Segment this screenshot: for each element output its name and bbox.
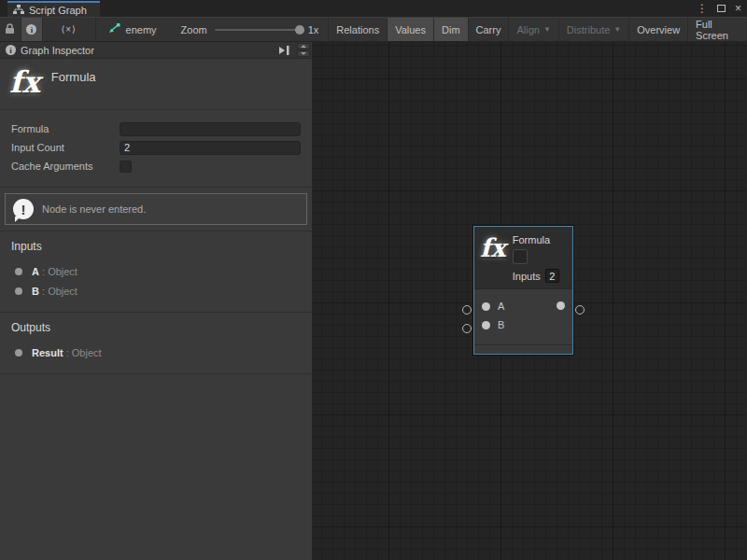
align-button[interactable]: Align ▼ bbox=[509, 18, 558, 41]
maximize-icon[interactable] bbox=[717, 0, 726, 17]
zoom-slider-handle[interactable] bbox=[295, 25, 304, 35]
input-count-input[interactable] bbox=[120, 141, 301, 155]
output-item-result: Result : Object bbox=[11, 343, 301, 362]
fullscreen-label: Full Screen bbox=[696, 19, 740, 41]
input-count-field-row: Input Count bbox=[11, 138, 301, 157]
port-b-label: B bbox=[498, 319, 565, 330]
external-port-ring-a[interactable] bbox=[462, 305, 472, 315]
node-title: Formula bbox=[51, 70, 96, 84]
formula-node[interactable]: fx Formula Inputs 2 A bbox=[473, 226, 573, 355]
input-type: : Object bbox=[42, 286, 78, 297]
graph-canvas[interactable]: fx Formula Inputs 2 A bbox=[313, 42, 747, 560]
breadcrumb-label: enemy bbox=[126, 24, 157, 35]
cache-arguments-field-label: Cache Arguments bbox=[11, 161, 120, 172]
script-graph-window: Script Graph ⋮ × i ⟨×⟩ bbox=[0, 0, 747, 560]
values-label: Values bbox=[395, 24, 426, 35]
tab-label: Script Graph bbox=[29, 5, 87, 16]
overview-button[interactable]: Overview bbox=[629, 18, 688, 41]
carry-button[interactable]: Carry bbox=[469, 18, 510, 41]
node-fields: Formula Input Count Cache Arguments bbox=[0, 110, 312, 188]
port-dot-icon bbox=[15, 287, 22, 295]
output-type: : Object bbox=[66, 347, 102, 358]
inputs-label: Inputs bbox=[513, 271, 541, 282]
node-title-block: fx Formula bbox=[0, 59, 312, 110]
close-icon[interactable]: × bbox=[735, 0, 741, 17]
output-port-result-icon[interactable] bbox=[557, 301, 565, 310]
formula-node-inputs-row: Inputs 2 bbox=[513, 269, 567, 283]
code-view-button[interactable]: ⟨×⟩ bbox=[43, 18, 96, 41]
chevron-down-icon: ▼ bbox=[543, 25, 551, 34]
values-button[interactable]: Values bbox=[388, 18, 434, 41]
zoom-control: Zoom 1x bbox=[168, 18, 330, 41]
input-port-a-icon[interactable] bbox=[482, 302, 490, 311]
input-item-b: B : Object bbox=[11, 281, 301, 301]
chevron-down-icon: ▼ bbox=[613, 25, 621, 34]
outputs-section: Outputs Result : Object bbox=[0, 313, 312, 374]
tab-strip: Script Graph ⋮ × bbox=[0, 0, 747, 17]
fx-icon: fx bbox=[9, 68, 40, 96]
fullscreen-button[interactable]: Full Screen bbox=[688, 18, 747, 41]
dock-right-icon bbox=[278, 46, 290, 55]
port-dot-icon bbox=[15, 349, 22, 357]
code-icon: ⟨×⟩ bbox=[61, 24, 77, 35]
dim-label: Dim bbox=[442, 24, 460, 35]
zoom-slider[interactable] bbox=[215, 29, 301, 31]
hierarchy-icon bbox=[13, 5, 24, 15]
exclamation-icon: ! bbox=[13, 199, 34, 219]
inputs-count-box[interactable]: 2 bbox=[545, 269, 559, 283]
formula-node-ports: A B bbox=[474, 289, 572, 344]
formula-field-row: Formula bbox=[11, 119, 301, 138]
relations-label: Relations bbox=[336, 24, 379, 35]
maximize-box bbox=[717, 5, 726, 12]
formula-node-footer bbox=[474, 344, 572, 354]
zoom-value: 1x bbox=[308, 24, 319, 35]
zoom-label: Zoom bbox=[181, 24, 207, 35]
arrow-up-icon bbox=[301, 45, 306, 48]
input-type: : Object bbox=[42, 266, 78, 277]
inputs-header: Inputs bbox=[11, 240, 301, 253]
output-name: Result bbox=[32, 347, 63, 358]
lock-button[interactable] bbox=[0, 18, 21, 41]
input-count-field-label: Input Count bbox=[11, 142, 120, 153]
warning-box: ! Node is never entered. bbox=[5, 193, 307, 225]
lock-icon bbox=[5, 23, 15, 36]
kebab-menu-icon[interactable]: ⋮ bbox=[697, 0, 708, 17]
fx-icon: fx bbox=[480, 236, 506, 283]
formula-node-header[interactable]: fx Formula Inputs 2 bbox=[474, 227, 572, 289]
port-a-label: A bbox=[498, 301, 565, 312]
align-label: Align bbox=[516, 24, 539, 35]
inspector-header: i Graph Inspector bbox=[0, 42, 312, 59]
inspector-title: Graph Inspector bbox=[21, 45, 271, 56]
graph-toolbar: i ⟨×⟩ enemy Zoom 1x Relations Values Dim bbox=[0, 17, 747, 42]
outputs-header: Outputs bbox=[11, 321, 301, 334]
tab-script-graph[interactable]: Script Graph bbox=[7, 1, 100, 17]
warning-bubble-icon: ! bbox=[13, 199, 34, 219]
formula-input[interactable] bbox=[120, 122, 301, 136]
warning-text: Node is never entered. bbox=[42, 203, 146, 215]
inspector-toggle-button[interactable]: i bbox=[21, 18, 43, 41]
formula-field-label: Formula bbox=[11, 123, 120, 134]
cache-arguments-checkbox[interactable] bbox=[120, 161, 132, 173]
stepper-down-button[interactable] bbox=[297, 50, 310, 57]
input-port-b-icon[interactable] bbox=[482, 321, 490, 329]
info-icon: i bbox=[6, 45, 16, 55]
arrow-down-icon bbox=[301, 52, 306, 55]
dim-button[interactable]: Dim bbox=[434, 18, 469, 41]
distribute-label: Distribute bbox=[567, 24, 610, 35]
relations-button[interactable]: Relations bbox=[329, 18, 388, 41]
formula-node-checkbox[interactable] bbox=[513, 249, 528, 264]
inputs-section: Inputs A : Object B : Object bbox=[0, 231, 312, 313]
cache-arguments-field-row: Cache Arguments bbox=[11, 157, 301, 175]
info-icon: i bbox=[26, 24, 36, 35]
stepper-up-button[interactable] bbox=[297, 43, 310, 49]
overview-label: Overview bbox=[637, 24, 680, 35]
formula-node-title: Formula bbox=[513, 234, 567, 245]
input-item-a: A : Object bbox=[11, 261, 301, 281]
distribute-button[interactable]: Distribute ▼ bbox=[559, 18, 629, 41]
dock-right-button[interactable] bbox=[275, 44, 292, 57]
port-dot-icon bbox=[15, 268, 22, 275]
breadcrumb[interactable]: enemy bbox=[96, 18, 168, 41]
external-port-ring-b[interactable] bbox=[462, 324, 472, 333]
window-controls: ⋮ × bbox=[697, 0, 741, 17]
external-port-ring-result[interactable] bbox=[575, 305, 585, 315]
